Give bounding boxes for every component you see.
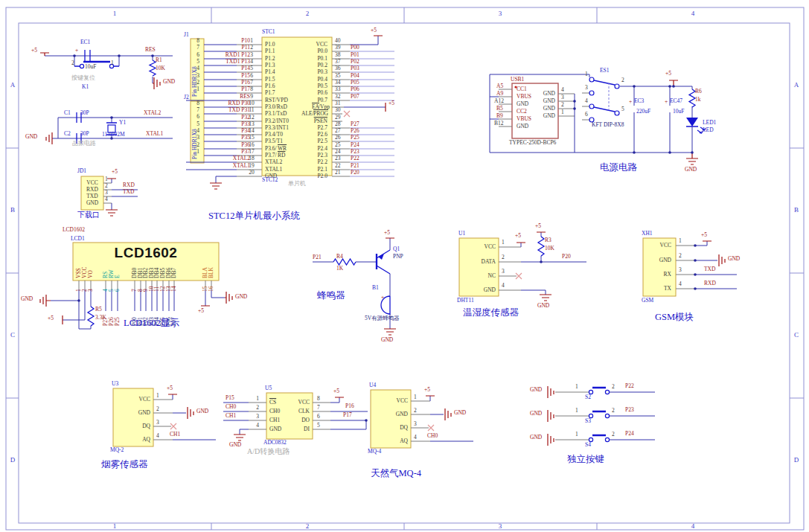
mcu-system-text: 26	[335, 135, 341, 141]
mcu-system-text: P3.6/	[265, 146, 277, 152]
reset-circuit-text: +	[75, 48, 78, 54]
mcu-system-text: 6	[246, 73, 258, 79]
mcu-system-text: PSEN	[283, 118, 327, 124]
key-buttons-text: 2	[612, 408, 615, 414]
zone-right-D: D	[792, 457, 801, 464]
mcu-system-text: 36	[335, 65, 341, 71]
power-circuit-text: TYPEC-250D-BCP6	[509, 140, 556, 146]
crystal-circuit-text: Y1	[119, 120, 126, 126]
lcd-display-text: 3.3K	[95, 315, 106, 321]
mcu-system-text: P1.3	[265, 63, 275, 68]
power-circuit-text: +	[629, 99, 632, 105]
reset-circuit-text: GND	[163, 79, 175, 85]
download-port-text: RXD	[83, 187, 102, 193]
mq2-sensor-text: 1	[156, 393, 159, 399]
mcu-system-text: +5	[371, 28, 377, 33]
download-port-text: GND	[83, 200, 102, 206]
download-port-text: JD1	[77, 168, 86, 174]
power-circuit-text: GND	[517, 101, 528, 107]
power-circuit-text: 6	[585, 112, 588, 118]
adc-circuit-text: 6	[317, 414, 320, 420]
crystal-circuit-text: 30P	[80, 110, 89, 116]
key-buttons-text: GND	[530, 435, 542, 440]
power-circuit-text: 5	[621, 106, 624, 112]
mcu-system-text: P07	[351, 94, 359, 100]
download-port-text: +5	[112, 169, 118, 175]
dht11-sensor-text: R3	[545, 237, 551, 243]
reset-circuit-text: 10K	[156, 65, 165, 71]
download-port-text: 2	[105, 183, 108, 189]
mcu-system-text: P24	[351, 142, 359, 148]
mcu-system-text: 1	[246, 38, 258, 44]
mcu-system-text: P0.4	[283, 77, 327, 83]
key-buttons-text: S4	[585, 442, 591, 448]
lcd-display-text: VO	[88, 270, 94, 278]
buzzer-text: B1	[372, 285, 379, 291]
power-circuit-text: R6	[695, 89, 702, 94]
download-port-text: RXD	[123, 182, 135, 188]
power-circuit-text: 4	[585, 98, 588, 104]
power-circuit-text: 2	[561, 102, 564, 108]
mcu-system-text: 5	[194, 121, 202, 127]
mcu-system-text: P0.5	[283, 83, 327, 89]
mq4-sensor-text: 1	[414, 394, 417, 400]
mcu-system-text: 35	[335, 73, 341, 79]
mq2-sensor-text: 2	[156, 406, 159, 412]
key-buttons-text: 1	[575, 432, 578, 438]
mcu-system-text: 38	[335, 52, 341, 58]
title-mcu-system: STC12单片机最小系统	[208, 211, 300, 222]
mcu-system-text: P2.0	[283, 173, 327, 179]
lcd-display-text: GND	[21, 296, 33, 302]
buzzer-text: 5V有源蜂鸣器	[365, 315, 400, 321]
mcu-system-text: J2	[184, 94, 189, 100]
power-circuit-text: CC1	[517, 86, 527, 92]
adc-circuit-text: 2	[253, 405, 262, 411]
mcu-system-text: P20	[351, 170, 359, 176]
mcu-system-text: P0.7	[283, 97, 327, 103]
lcd-display-text: 14	[171, 286, 177, 292]
title-power: 电源电路	[600, 163, 637, 173]
mcu-system-text: 28	[335, 121, 341, 127]
zone-top-3: 3	[496, 10, 505, 18]
mq4-sensor-text: CH0	[427, 433, 438, 439]
gsm-module-text: VCC	[643, 243, 671, 249]
dht11-sensor-text: DHT11	[457, 298, 474, 304]
dht11-sensor-text: +5	[535, 223, 541, 229]
lcd-display-text: E	[115, 275, 121, 278]
mcu-system-text: P27	[351, 121, 359, 127]
power-circuit-text: VBUS	[517, 116, 531, 122]
lcd-display-text: LCD1	[71, 236, 85, 242]
power-circuit-text: 2	[621, 77, 624, 83]
adc-circuit-text: 1	[253, 396, 262, 402]
mcu-system-text: P2.7	[283, 125, 327, 131]
adc-circuit-text: P17	[343, 412, 352, 418]
buzzer-text: GND	[381, 337, 393, 343]
reset-circuit-text: EC1	[80, 39, 90, 45]
reset-circuit-text: 1	[111, 60, 114, 66]
power-circuit-text: 3	[561, 94, 564, 100]
lcd-display-text: P25	[115, 317, 121, 326]
gsm-module-text: 2	[679, 253, 682, 259]
gsm-module-text: +5	[701, 232, 707, 238]
mcu-system-text: 39	[335, 45, 341, 51]
zone-left-B: B	[8, 207, 17, 214]
mcu-system-text: P1.1	[265, 48, 275, 54]
mcu-system-text: 22	[335, 163, 341, 169]
mcu-system-text: P0.1	[283, 56, 327, 62]
mcu-system-text: 14	[246, 128, 258, 134]
reset-circuit-text: R1	[156, 57, 162, 63]
lcd-display-text: +5	[198, 308, 204, 314]
adc-circuit-text: ADC0832	[263, 440, 287, 446]
gsm-module-text: 4	[679, 281, 682, 287]
power-circuit-text: 3	[585, 85, 588, 91]
title-download-port: 下载口	[77, 211, 100, 219]
mcu-system-text: P1.0	[265, 42, 275, 48]
power-circuit-text: B9	[496, 113, 503, 119]
gsm-module-text: GND	[728, 256, 740, 262]
mcu-system-text: 9	[246, 94, 258, 100]
gsm-module-text: 3	[679, 267, 682, 273]
mcu-system-text: P0.3	[283, 69, 327, 75]
title-buzzer: 蜂鸣器	[317, 291, 345, 301]
mcu-system-text: 19	[246, 163, 258, 169]
mcu-system-text: 2	[246, 45, 258, 51]
